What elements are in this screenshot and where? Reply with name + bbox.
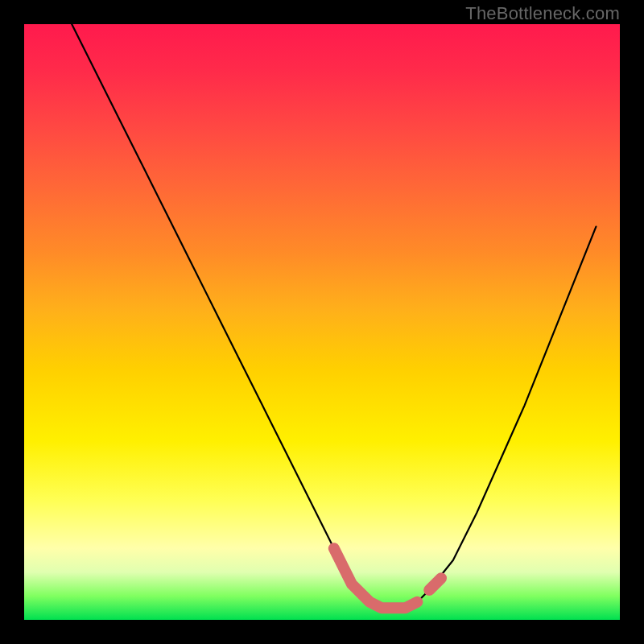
watermark-text: TheBottleneck.com [465, 3, 620, 24]
highlight-right [429, 578, 441, 590]
bottleneck-curve-svg [24, 24, 620, 620]
bottleneck-curve [72, 24, 596, 608]
highlight-trough [334, 548, 418, 608]
chart-frame: TheBottleneck.com [0, 0, 644, 644]
plot-area [24, 24, 620, 620]
